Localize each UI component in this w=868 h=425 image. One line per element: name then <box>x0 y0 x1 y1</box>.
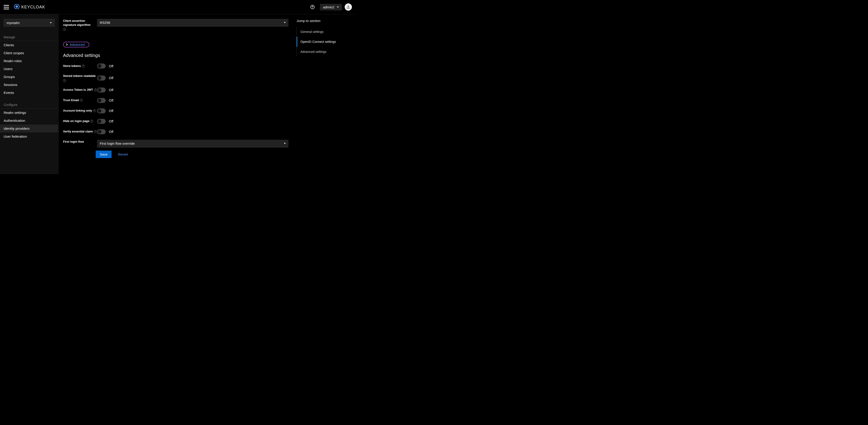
toggle-state: Off <box>109 119 113 123</box>
brand-logo[interactable]: KEYCLOAK <box>13 3 45 11</box>
jump-to-section-nav: Jump to section General settings OpenID … <box>297 14 355 174</box>
sidebar-item-groups[interactable]: Groups <box>0 73 58 81</box>
caret-down-icon <box>337 7 339 8</box>
user-dropdown[interactable]: admin2 <box>320 4 342 10</box>
help-icon[interactable]: ? <box>90 120 93 123</box>
sidebar-section-configure: Configure <box>0 101 58 109</box>
help-icon[interactable]: ? <box>63 28 66 31</box>
hide-on-login-page-toggle[interactable] <box>97 119 106 124</box>
client-assertion-sig-alg-select[interactable]: RS256 <box>97 19 288 27</box>
help-icon[interactable]: ? <box>82 65 85 68</box>
caret-down-icon <box>284 22 286 23</box>
verify-essential-claim-toggle[interactable] <box>97 129 106 134</box>
select-value: RS256 <box>100 21 110 25</box>
chevron-right-icon <box>65 43 68 46</box>
svg-marker-1 <box>16 5 18 7</box>
sidebar-item-clients[interactable]: Clients <box>0 41 58 49</box>
sidebar-item-authentication[interactable]: Authentication <box>0 117 58 124</box>
stored-tokens-readable-toggle[interactable] <box>97 75 106 81</box>
app-header: KEYCLOAK ? admin2 <box>0 0 355 14</box>
help-icon[interactable]: ? <box>310 5 314 9</box>
toggle-state: Off <box>109 130 113 133</box>
jump-item-openid-connect-settings[interactable]: OpenID Connect settings <box>297 37 355 47</box>
account-linking-only-label: Account linking only ? <box>63 109 97 113</box>
keycloak-logo-icon <box>13 3 20 11</box>
toggle-state: Off <box>109 76 113 80</box>
jump-nav-title: Jump to section <box>297 19 355 27</box>
revert-button[interactable]: Revert <box>114 151 132 158</box>
advanced-settings-heading: Advanced settings <box>63 53 288 58</box>
user-dropdown-label: admin2 <box>323 5 334 9</box>
stored-tokens-readable-label: Stored tokens readable ? <box>63 74 97 82</box>
verify-essential-claim-label: Verify essential claim ? <box>63 129 97 133</box>
help-icon[interactable]: ? <box>94 88 97 91</box>
caret-down-icon <box>50 22 52 23</box>
sidebar-item-client-scopes[interactable]: Client scopes <box>0 49 58 57</box>
help-icon[interactable]: ? <box>80 99 83 102</box>
toggle-state: Off <box>109 64 113 68</box>
trust-email-toggle[interactable] <box>97 98 106 103</box>
select-value: First login flow override <box>100 142 135 145</box>
realm-selector-value: myrealm <box>7 21 20 25</box>
first-login-flow-label: First login flow <box>63 140 97 144</box>
sidebar-item-events[interactable]: Events <box>0 89 58 97</box>
realm-selector[interactable]: myrealm <box>4 19 55 27</box>
hamburger-menu-icon[interactable] <box>4 4 9 10</box>
action-bar: Save Revert <box>63 147 288 161</box>
brand-text: KEYCLOAK <box>21 5 45 9</box>
advanced-expand-label: Advanced <box>70 43 85 47</box>
store-tokens-label: Store tokens ? <box>63 64 97 68</box>
sidebar-item-realm-settings[interactable]: Realm settings <box>0 109 58 117</box>
svg-point-2 <box>348 5 349 7</box>
caret-down-icon <box>284 143 286 144</box>
hide-on-login-page-label: Hide on login page ? <box>63 119 97 123</box>
account-linking-only-toggle[interactable] <box>97 109 106 113</box>
trust-email-label: Trust Email ? <box>63 98 97 102</box>
store-tokens-toggle[interactable] <box>97 63 106 68</box>
sidebar-item-users[interactable]: Users <box>0 65 58 73</box>
help-icon[interactable]: ? <box>63 79 66 82</box>
sidebar-section-manage: Manage <box>0 33 58 41</box>
jump-item-advanced-settings[interactable]: Advanced settings <box>297 47 355 57</box>
main-content: Client assertion signature algorithm ? R… <box>59 14 355 174</box>
help-icon[interactable]: ? <box>94 130 97 133</box>
access-token-is-jwt-toggle[interactable] <box>97 88 106 93</box>
sidebar-item-sessions[interactable]: Sessions <box>0 81 58 89</box>
sidebar: myrealm Manage Clients Client scopes Rea… <box>0 14 59 174</box>
toggle-state: Off <box>109 109 113 113</box>
sidebar-item-user-federation[interactable]: User federation <box>0 132 58 141</box>
toggle-state: Off <box>109 88 113 92</box>
sidebar-item-identity-providers[interactable]: Identity providers <box>0 124 58 132</box>
access-token-is-jwt-label: Access Token is JWT ? <box>63 88 97 92</box>
advanced-expand-link[interactable]: Advanced <box>63 42 89 48</box>
help-icon[interactable]: ? <box>93 109 96 112</box>
client-assertion-sig-alg-label: Client assertion signature algorithm ? <box>63 19 97 31</box>
sidebar-item-realm-roles[interactable]: Realm roles <box>0 57 58 65</box>
first-login-flow-select[interactable]: First login flow override <box>97 140 288 147</box>
user-icon <box>346 5 350 9</box>
toggle-state: Off <box>109 98 113 102</box>
avatar[interactable] <box>345 3 352 11</box>
jump-item-general-settings[interactable]: General settings <box>297 27 355 37</box>
save-button[interactable]: Save <box>96 151 112 158</box>
